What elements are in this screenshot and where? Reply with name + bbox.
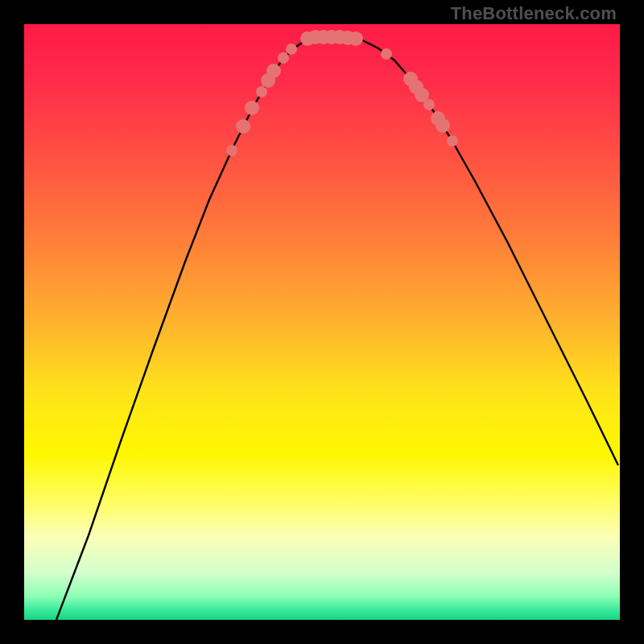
curve-layer [24,24,620,620]
curve-marker [286,43,297,55]
curve-marker [236,119,250,134]
plot-area [24,24,620,620]
curve-marker [436,118,450,133]
chart-frame: TheBottleneck.com [0,0,644,644]
curve-marker [349,31,363,46]
curve-marker [278,52,289,64]
curve-marker [447,135,458,147]
curve-marker [256,86,267,97]
curve-markers [226,30,458,156]
curve-marker [381,48,392,60]
watermark-text: TheBottleneck.com [451,3,617,24]
curve-marker [266,64,281,78]
curve-marker [226,145,237,156]
curve-marker [423,99,435,110]
bottleneck-curve [56,37,618,620]
curve-marker [245,101,259,115]
